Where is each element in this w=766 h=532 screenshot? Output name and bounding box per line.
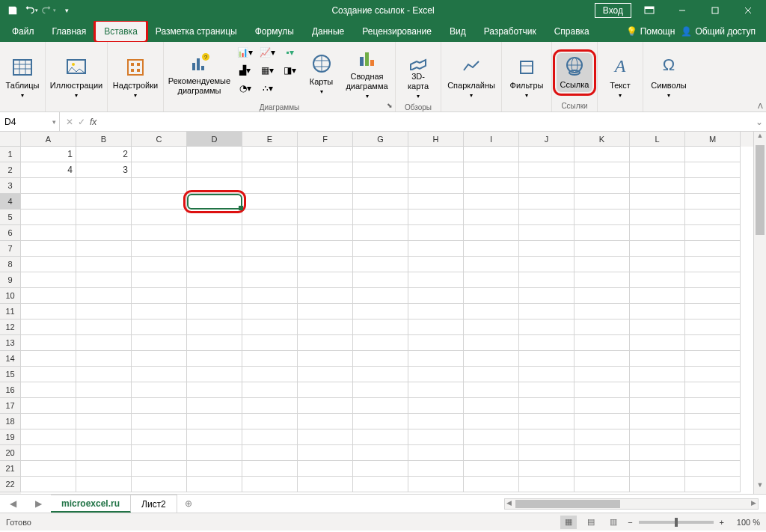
cell-M10[interactable] [685, 288, 741, 304]
cell-J7[interactable] [519, 241, 574, 257]
cell-C13[interactable] [132, 335, 187, 351]
cell-C22[interactable] [132, 477, 187, 492]
cell-F15[interactable] [298, 367, 353, 382]
cell-E2[interactable] [242, 162, 298, 178]
cell-A8[interactable] [21, 257, 76, 272]
col-header-C[interactable]: C [132, 132, 187, 147]
cell-G7[interactable] [353, 241, 408, 257]
name-box[interactable]: D4 [0, 112, 60, 131]
cell-C4[interactable] [132, 194, 187, 210]
cell-H16[interactable] [408, 382, 464, 398]
cell-E5[interactable] [242, 210, 298, 225]
cell-G20[interactable] [353, 445, 408, 461]
recommended-charts-button[interactable]: ?Рекомендуемые диаграммы [168, 49, 232, 97]
cell-F20[interactable] [298, 445, 353, 461]
cell-L1[interactable] [630, 147, 685, 162]
cell-K7[interactable] [574, 241, 630, 257]
filters-button[interactable]: Фильтры▾ [506, 54, 547, 101]
cell-G8[interactable] [353, 257, 408, 272]
cell-F13[interactable] [298, 335, 353, 351]
cell-F12[interactable] [298, 319, 353, 335]
cell-G18[interactable] [353, 414, 408, 429]
horizontal-scroll-thumb[interactable] [515, 500, 620, 508]
cell-D21[interactable] [187, 461, 242, 477]
cell-K2[interactable] [574, 162, 630, 178]
cell-E8[interactable] [242, 257, 298, 272]
row-header-7[interactable]: 7 [0, 241, 21, 257]
cell-I7[interactable] [464, 241, 519, 257]
cell-B1[interactable]: 2 [76, 147, 132, 162]
cell-H21[interactable] [408, 461, 464, 477]
cell-H5[interactable] [408, 210, 464, 225]
cell-L5[interactable] [630, 210, 685, 225]
cell-J4[interactable] [519, 194, 574, 210]
cell-K10[interactable] [574, 288, 630, 304]
cell-M22[interactable] [685, 477, 741, 492]
tab-help[interactable]: Справка [545, 21, 598, 42]
cell-M4[interactable] [685, 194, 741, 210]
cell-J19[interactable] [519, 429, 574, 445]
cell-B14[interactable] [76, 351, 132, 367]
cell-B20[interactable] [76, 445, 132, 461]
cell-M7[interactable] [685, 241, 741, 257]
cell-J14[interactable] [519, 351, 574, 367]
ribbon-options-icon[interactable] [634, 0, 664, 21]
charts-launcher-icon[interactable]: ⬊ [387, 102, 393, 109]
cell-H19[interactable] [408, 429, 464, 445]
row-header-6[interactable]: 6 [0, 225, 21, 241]
cell-F5[interactable] [298, 210, 353, 225]
cell-H15[interactable] [408, 367, 464, 382]
cell-K15[interactable] [574, 367, 630, 382]
cell-E16[interactable] [242, 382, 298, 398]
row-header-18[interactable]: 18 [0, 414, 21, 429]
row-header-19[interactable]: 19 [0, 429, 21, 445]
cell-A10[interactable] [21, 288, 76, 304]
cell-K9[interactable] [574, 272, 630, 288]
cell-F14[interactable] [298, 351, 353, 367]
cell-G9[interactable] [353, 272, 408, 288]
cell-B17[interactable] [76, 398, 132, 414]
cell-E6[interactable] [242, 225, 298, 241]
cell-G11[interactable] [353, 304, 408, 319]
symbols-button[interactable]: ΩСимволы▾ [648, 54, 690, 101]
cell-E19[interactable] [242, 429, 298, 445]
col-header-L[interactable]: L [630, 132, 685, 147]
cell-A19[interactable] [21, 429, 76, 445]
cell-L9[interactable] [630, 272, 685, 288]
cell-H7[interactable] [408, 241, 464, 257]
cell-L17[interactable] [630, 398, 685, 414]
cell-E10[interactable] [242, 288, 298, 304]
cell-F16[interactable] [298, 382, 353, 398]
tab-developer[interactable]: Разработчик [475, 21, 545, 42]
cell-G15[interactable] [353, 367, 408, 382]
cell-A17[interactable] [21, 398, 76, 414]
cell-C11[interactable] [132, 304, 187, 319]
cell-C20[interactable] [132, 445, 187, 461]
cell-B5[interactable] [76, 210, 132, 225]
zoom-slider[interactable] [639, 521, 714, 524]
cell-L16[interactable] [630, 382, 685, 398]
cell-G2[interactable] [353, 162, 408, 178]
cell-C18[interactable] [132, 414, 187, 429]
cell-I12[interactable] [464, 319, 519, 335]
cell-M3[interactable] [685, 178, 741, 194]
cell-K20[interactable] [574, 445, 630, 461]
cell-E11[interactable] [242, 304, 298, 319]
cell-G10[interactable] [353, 288, 408, 304]
cell-I3[interactable] [464, 178, 519, 194]
row-header-5[interactable]: 5 [0, 210, 21, 225]
cell-L10[interactable] [630, 288, 685, 304]
row-header-20[interactable]: 20 [0, 445, 21, 461]
row-header-17[interactable]: 17 [0, 398, 21, 414]
cell-C15[interactable] [132, 367, 187, 382]
cell-J5[interactable] [519, 210, 574, 225]
cell-B7[interactable] [76, 241, 132, 257]
cell-E22[interactable] [242, 477, 298, 492]
cell-D8[interactable] [187, 257, 242, 272]
cell-L21[interactable] [630, 461, 685, 477]
cell-D20[interactable] [187, 445, 242, 461]
cell-G3[interactable] [353, 178, 408, 194]
tab-pagelayout[interactable]: Разметка страницы [147, 21, 246, 42]
row-header-1[interactable]: 1 [0, 147, 21, 162]
cell-B8[interactable] [76, 257, 132, 272]
